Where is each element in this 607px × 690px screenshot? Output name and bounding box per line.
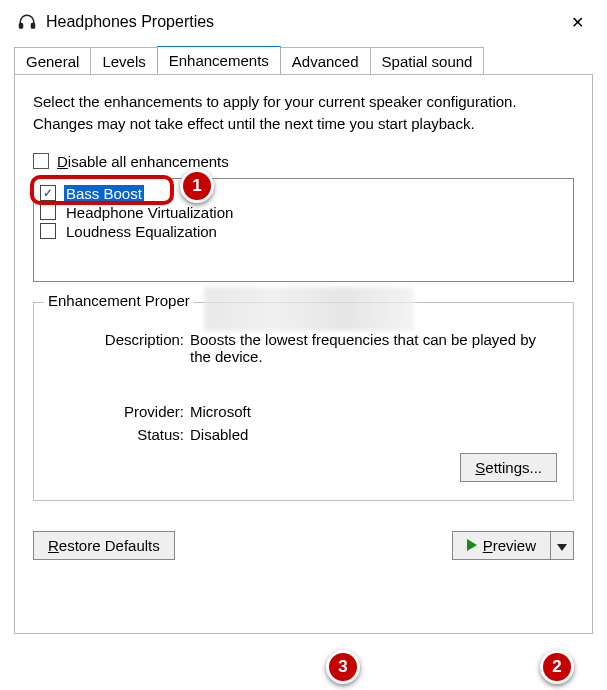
enhancement-item-loudness-equalization[interactable]: Loudness Equalization (40, 222, 567, 241)
provider-value: Microsoft (190, 403, 557, 420)
enhancement-label: Headphone Virtualization (64, 204, 235, 221)
enhancement-item-headphone-virtualization[interactable]: Headphone Virtualization (40, 203, 567, 222)
preview-dropdown-button[interactable] (550, 531, 574, 560)
checkbox-unchecked-icon (40, 204, 56, 220)
svg-rect-0 (20, 24, 23, 29)
description-value: Boosts the lowest frequencies that can b… (190, 331, 557, 365)
description-key: Description: (50, 331, 190, 365)
disable-all-checkbox-row[interactable]: Disable all enhancements (33, 153, 574, 170)
restore-defaults-button[interactable]: Restore Defaults (33, 531, 175, 560)
enhancement-label: Bass Boost (64, 185, 144, 202)
enhancement-properties-group: Enhancement Proper Description: Boosts t… (33, 302, 574, 501)
tab-general[interactable]: General (14, 47, 91, 75)
window-title: Headphones Properties (46, 13, 561, 31)
checkbox-checked-icon: ✓ (40, 185, 56, 201)
close-icon: ✕ (571, 13, 584, 32)
tab-enhancements[interactable]: Enhancements (157, 46, 281, 74)
settings-button[interactable]: Settings... (460, 453, 557, 482)
status-key: Status: (50, 426, 190, 443)
checkbox-unchecked-icon (33, 153, 49, 169)
blurred-region (204, 287, 414, 331)
enhancement-item-bass-boost[interactable]: ✓ Bass Boost (40, 184, 567, 203)
headphones-icon (18, 13, 36, 31)
tabpanel-enhancements: Select the enhancements to apply for you… (14, 74, 593, 634)
svg-rect-1 (32, 24, 35, 29)
provider-key: Provider: (50, 403, 190, 420)
disable-all-label: Disable all enhancements (57, 153, 229, 170)
annotation-badge-2: 2 (540, 650, 574, 684)
tab-spatial-sound[interactable]: Spatial sound (370, 47, 485, 75)
chevron-down-icon (557, 544, 567, 551)
play-icon (467, 539, 477, 551)
enhancements-listbox[interactable]: ✓ Bass Boost Headphone Virtualization Lo… (33, 178, 574, 282)
preview-button[interactable]: Preview (452, 531, 550, 560)
status-value: Disabled (190, 426, 557, 443)
intro-text: Select the enhancements to apply for you… (33, 91, 574, 135)
group-title: Enhancement Proper (44, 292, 194, 309)
tab-bar: General Levels Enhancements Advanced Spa… (0, 40, 607, 74)
tab-advanced[interactable]: Advanced (280, 47, 371, 75)
checkbox-unchecked-icon (40, 223, 56, 239)
annotation-badge-3: 3 (326, 650, 360, 684)
tab-levels[interactable]: Levels (90, 47, 157, 75)
enhancement-label: Loudness Equalization (64, 223, 219, 240)
close-button[interactable]: ✕ (561, 8, 593, 36)
